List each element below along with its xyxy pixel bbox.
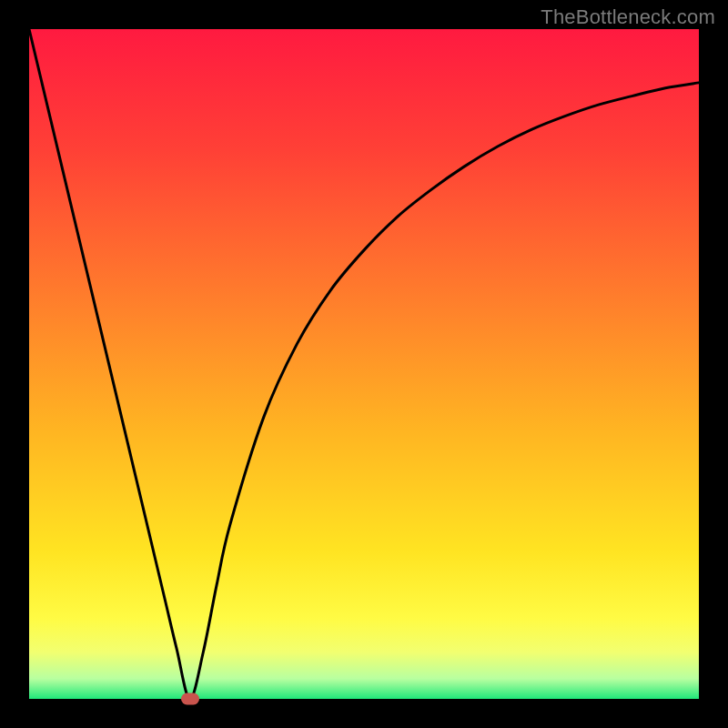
chart-frame: TheBottleneck.com: [0, 0, 728, 728]
optimum-marker: [181, 693, 199, 705]
curve-path: [29, 29, 699, 699]
bottleneck-curve: [29, 29, 699, 699]
watermark-text: TheBottleneck.com: [541, 5, 715, 29]
